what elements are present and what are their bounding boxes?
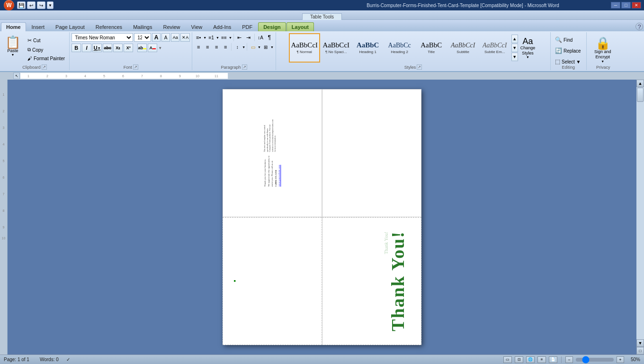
tab-insert[interactable]: Insert	[27, 22, 50, 31]
show-hide-button[interactable]: ¶	[265, 33, 274, 42]
find-label: Find	[564, 37, 572, 43]
cut-button[interactable]: ✂ Cut	[25, 36, 67, 45]
tab-mailings[interactable]: Mailings	[128, 22, 157, 31]
change-case-button[interactable]: Aa	[171, 33, 179, 42]
draft-view-button[interactable]: 📄	[549, 356, 557, 363]
text-highlight-button[interactable]: ab ▬	[137, 44, 147, 52]
check-icon[interactable]: ✓	[66, 357, 70, 362]
italic-button[interactable]: I	[82, 44, 91, 52]
scroll-thumb[interactable]	[637, 88, 644, 102]
style-title-button[interactable]: AaBbC Title	[416, 33, 447, 63]
minimize-button[interactable]: ─	[611, 2, 620, 9]
underline-button[interactable]: U ▼	[92, 44, 102, 52]
line-spacing-dropdown[interactable]: ▼	[242, 46, 245, 49]
bullets-dropdown[interactable]: ▼	[203, 36, 206, 39]
paragraph-expand-icon[interactable]: ↗	[242, 64, 247, 70]
ribbon: 📋 Paste ▼ ✂ Cut ⧉ Copy 🖌	[0, 31, 644, 72]
font-size-select[interactable]: 12	[134, 33, 151, 42]
grow-font-button[interactable]: A	[152, 33, 161, 42]
bold-button[interactable]: B	[72, 44, 81, 52]
subscript-button[interactable]: X₂	[113, 44, 123, 52]
help-icon[interactable]: ?	[635, 23, 643, 30]
maximize-button[interactable]: □	[621, 2, 631, 9]
font-name-select[interactable]: Times New Roman	[72, 33, 133, 42]
tab-review[interactable]: Review	[158, 22, 185, 31]
find-button[interactable]: 🔍 Find	[553, 35, 583, 45]
tab-page-layout[interactable]: Page Layout	[50, 22, 90, 31]
tab-references[interactable]: References	[90, 22, 127, 31]
copy-icon: ⧉	[27, 47, 31, 53]
undo-button[interactable]: ↩	[27, 1, 36, 9]
strikethrough-button[interactable]: abc	[103, 44, 112, 52]
font-expand-icon[interactable]: ↗	[133, 64, 138, 70]
zoom-slider[interactable]	[576, 358, 614, 362]
tab-layout[interactable]: Layout	[286, 22, 314, 31]
copy-button[interactable]: ⧉ Copy	[25, 46, 67, 54]
shrink-font-button[interactable]: A	[161, 33, 170, 42]
scroll-track[interactable]	[636, 87, 644, 339]
multilevel-button[interactable]: ≡≡	[220, 33, 228, 42]
borders-dropdown[interactable]: ▼	[270, 46, 274, 49]
scroll-bottom-button[interactable]: □	[636, 347, 644, 355]
clipboard-expand-icon[interactable]: ↗	[42, 64, 47, 70]
style-heading2-button[interactable]: AaBbCc Heading 2	[384, 33, 415, 63]
style-no-spacing-button[interactable]: AaBbCcI ¶ No Spaci...	[321, 33, 352, 63]
window-controls: ─ □ ✕	[611, 2, 641, 9]
small-green-text: ■	[233, 280, 236, 282]
redo-button[interactable]: ↪	[37, 1, 45, 9]
increase-indent-button[interactable]: ⇥	[244, 33, 253, 42]
tab-add-ins[interactable]: Add-Ins	[208, 22, 236, 31]
align-left-button[interactable]: ≡	[194, 43, 203, 51]
sort-button[interactable]: ↕A	[256, 33, 265, 42]
web-layout-view-button[interactable]: 🌐	[526, 356, 535, 363]
shading-button[interactable]: ▭	[249, 43, 257, 51]
bullets-button[interactable]: ≡•	[194, 33, 203, 42]
document-area[interactable]: Thank you for your business. We apprecia…	[8, 80, 636, 355]
styles-scroll-down-button[interactable]: ▼	[511, 44, 518, 52]
close-button[interactable]: ✕	[632, 2, 641, 9]
style-heading1-button[interactable]: AaBbC Heading 1	[352, 33, 384, 63]
numbering-button[interactable]: ≡1	[207, 33, 215, 42]
multilevel-dropdown[interactable]: ▼	[229, 36, 232, 39]
numbering-dropdown[interactable]: ▼	[216, 36, 219, 39]
shading-dropdown[interactable]: ▼	[258, 46, 261, 49]
font-color-button[interactable]: A ▬	[148, 44, 157, 52]
styles-scroll-up-button[interactable]: ▲	[511, 35, 518, 43]
ruler-toggle[interactable]: ↖	[13, 73, 20, 79]
paste-button[interactable]: 📋 Paste ▼	[2, 34, 24, 58]
style-subtle-em-button[interactable]: AaBbCcI Subtle Em...	[479, 33, 510, 63]
style-normal-button[interactable]: AaBbCcI ¶ Normal	[289, 33, 320, 63]
save-button[interactable]: 💾	[17, 1, 26, 9]
tab-design[interactable]: Design	[258, 22, 286, 31]
format-painter-button[interactable]: 🖌 Format Painter	[25, 55, 67, 63]
outline-view-button[interactable]: ≡	[537, 356, 546, 363]
office-button[interactable]: W	[4, 0, 14, 10]
align-center-button[interactable]: ≡	[203, 43, 212, 51]
zoom-in-button[interactable]: +	[617, 356, 624, 363]
zoom-out-button[interactable]: −	[565, 356, 573, 363]
tab-pdf[interactable]: PDF	[237, 22, 258, 31]
tab-home[interactable]: Home	[1, 22, 26, 31]
justify-button[interactable]: ≡	[221, 43, 230, 51]
full-screen-view-button[interactable]: ⊡	[515, 356, 523, 363]
print-layout-view-button[interactable]: ▭	[503, 356, 512, 363]
customize-qat-button[interactable]: ▼	[47, 1, 54, 9]
styles-expand-icon[interactable]: ↗	[417, 64, 422, 70]
scroll-up-button[interactable]: ▲	[636, 80, 644, 87]
style-subtitle-button[interactable]: AaBbCcI Subtitle	[447, 33, 479, 63]
decrease-indent-button[interactable]: ⇤	[235, 33, 244, 42]
borders-button[interactable]: ⊞	[261, 43, 270, 51]
superscript-button[interactable]: X²	[124, 44, 133, 52]
ruler: 1 2 3 4 5 6 7 8 9 10 11	[20, 73, 228, 79]
find-icon: 🔍	[555, 36, 562, 43]
line-spacing-button[interactable]: ↕	[233, 43, 242, 51]
styles-more-button[interactable]: ▼	[511, 53, 518, 61]
tab-view[interactable]: View	[186, 22, 208, 31]
replace-button[interactable]: 🔄 Replace	[553, 46, 583, 55]
font-color-dropdown[interactable]: ▼	[158, 46, 162, 50]
sign-encrypt-button[interactable]: 🔒 Sign andEncrypt ▼	[592, 35, 613, 65]
change-styles-button[interactable]: Aa ChangeStyles ▼	[518, 36, 538, 61]
clear-formatting-button[interactable]: ✕A	[180, 33, 190, 42]
scroll-down-button[interactable]: ▼	[636, 339, 644, 347]
align-right-button[interactable]: ≡	[212, 43, 221, 51]
